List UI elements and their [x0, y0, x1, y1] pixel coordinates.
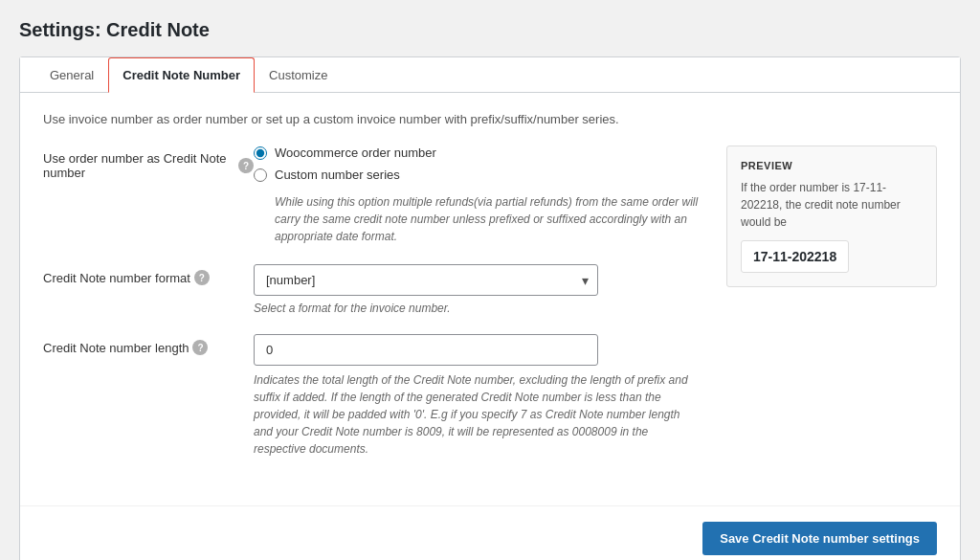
number-format-label-text: Credit Note number format [43, 271, 190, 285]
order-number-label: Use order number as Credit Note number ? [43, 146, 254, 180]
preview-text: If the order number is 17-11-202218, the… [741, 179, 923, 231]
number-length-row: Credit Note number length ? Indicates th… [43, 334, 707, 458]
order-number-row: Use order number as Credit Note number ?… [43, 146, 707, 245]
radio-custom[interactable]: Custom number series [254, 168, 707, 182]
order-number-control: Woocommerce order number Custom number s… [254, 146, 707, 245]
radio-custom-label: Custom number series [275, 168, 400, 182]
radio-woocommerce-label: Woocommerce order number [275, 146, 436, 160]
preview-box: PREVIEW If the order number is 17-11-202… [726, 146, 937, 287]
radio-woocommerce[interactable]: Woocommerce order number [254, 146, 707, 160]
save-button[interactable]: Save Credit Note number settings [702, 522, 937, 555]
number-length-hint: Indicates the total length of the Credit… [254, 371, 694, 458]
order-number-help-icon[interactable]: ? [238, 158, 254, 173]
radio-woocommerce-input[interactable] [254, 146, 267, 160]
number-format-control: [number] [number]-[suffix] [prefix]-[num… [254, 264, 707, 315]
tab-content: Use invoice number as order number or se… [20, 93, 960, 496]
number-length-control: Indicates the total length of the Credit… [254, 334, 707, 458]
number-format-label: Credit Note number format ? [43, 264, 254, 285]
preview-label: PREVIEW [741, 160, 923, 171]
settings-card: General Credit Note Number Customize Use… [19, 56, 961, 560]
radio-custom-input[interactable] [254, 168, 267, 182]
order-number-label-text: Use order number as Credit Note number [43, 151, 234, 180]
main-grid: Use order number as Credit Note number ?… [43, 146, 937, 477]
number-length-help-icon[interactable]: ? [192, 340, 208, 355]
tab-customize[interactable]: Customize [255, 57, 342, 93]
number-length-input[interactable] [254, 334, 598, 366]
tab-general[interactable]: General [35, 57, 108, 93]
number-format-select-wrapper: [number] [number]-[suffix] [prefix]-[num… [254, 264, 598, 296]
custom-number-note: While using this option multiple refunds… [275, 193, 707, 245]
number-length-label: Credit Note number length ? [43, 334, 254, 355]
description-text: Use invoice number as order number or se… [43, 112, 937, 126]
footer: Save Credit Note number settings [20, 505, 960, 560]
tab-credit-note-number[interactable]: Credit Note Number [108, 57, 255, 93]
preview-value: 17-11-202218 [741, 240, 849, 273]
number-length-label-text: Credit Note number length [43, 341, 189, 355]
radio-group-order-number: Woocommerce order number Custom number s… [254, 146, 707, 245]
tab-bar: General Credit Note Number Customize [20, 57, 960, 93]
number-format-hint: Select a format for the invoice number. [254, 302, 707, 315]
number-format-select[interactable]: [number] [number]-[suffix] [prefix]-[num… [254, 264, 598, 296]
number-format-help-icon[interactable]: ? [194, 270, 210, 285]
number-format-row: Credit Note number format ? [number] [nu… [43, 264, 707, 315]
page-title: Settings: Credit Note [19, 19, 961, 41]
left-column: Use order number as Credit Note number ?… [43, 146, 707, 477]
